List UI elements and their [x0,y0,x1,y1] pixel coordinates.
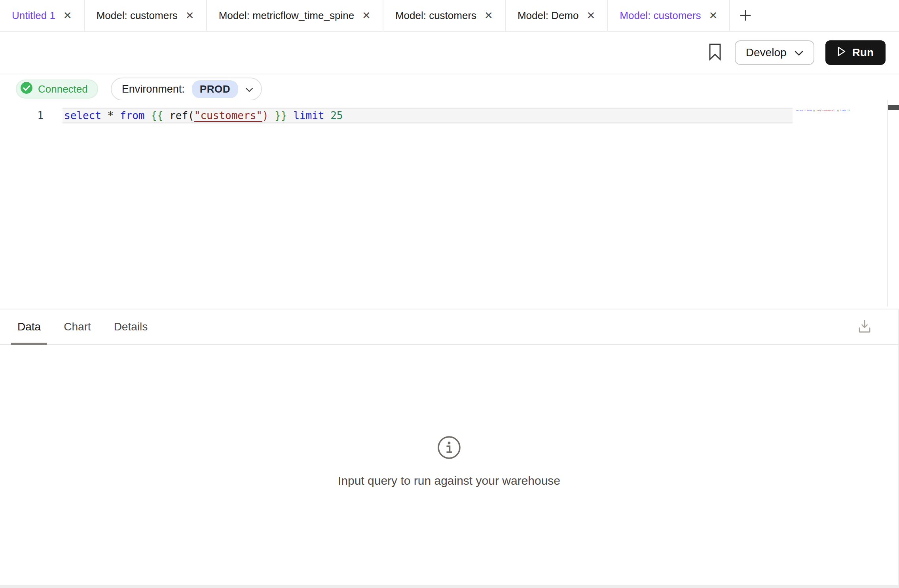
tab-0[interactable]: Untitled 1✕ [0,0,85,31]
empty-state: Input query to run against your warehous… [0,435,898,487]
code-token-keyword: from [807,109,812,112]
connected-status-badge: Connected [16,80,98,99]
develop-label: Develop [746,46,787,59]
run-button[interactable]: Run [825,40,886,65]
code-token-string-link: "customers" [821,109,834,112]
code-token-plain [269,110,275,121]
tab-label: Model: customers [395,9,476,22]
code-editor[interactable]: 1 select * from {{ ref("customers") }} l… [0,100,899,309]
code-token-plain [163,110,169,121]
connected-label: Connected [38,83,88,95]
tab-label: Model: metricflow_time_spine [219,9,354,22]
close-icon[interactable]: ✕ [362,10,371,21]
code-token-plain: * [108,110,114,121]
tab-4[interactable]: Model: Demo✕ [506,0,608,31]
results-tab-label: Chart [64,321,91,333]
code-token-string: ) [262,110,269,121]
code-token-string-link: "customers" [194,110,262,121]
plus-icon [739,9,752,22]
code-token-plain [101,110,108,121]
line-number: 1 [0,108,44,123]
code-token-keyword: limit [293,110,324,121]
tab-bar: Untitled 1✕Model: customers✕Model: metri… [0,0,899,32]
code-token-keyword: select [796,109,803,112]
play-icon [837,46,846,59]
results-tabs: DataChartDetails [11,309,154,344]
code-line[interactable]: select * from {{ ref("customers") }} lim… [64,108,343,123]
bookmark-icon [709,43,721,62]
environment-value-chip: PROD [192,80,238,98]
code-token-plain: ( [188,110,194,121]
results-tab-bar: DataChartDetails [0,309,898,345]
close-icon[interactable]: ✕ [63,10,72,21]
results-tab-label: Details [114,321,148,333]
code-token-number: 25 [330,110,343,121]
code-token-keyword: select [64,110,101,121]
code-token-plain [324,110,331,121]
tab-label: Model: customers [620,9,701,22]
tab-label: Untitled 1 [12,9,55,22]
code-token-keyword: limit [840,109,846,112]
environment-selector[interactable]: Environment: PROD [111,78,262,101]
run-label: Run [852,46,874,59]
bottom-divider [0,585,899,588]
close-icon[interactable]: ✕ [484,10,493,21]
results-tab-data[interactable]: Data [11,309,47,344]
tab-2[interactable]: Model: metricflow_time_spine✕ [207,0,383,31]
chevron-down-icon [245,83,253,95]
code-token-jinja: }} [275,110,287,121]
ide-window: Untitled 1✕Model: customers✕Model: metri… [0,0,899,588]
results-tab-details[interactable]: Details [108,309,154,344]
close-icon[interactable]: ✕ [186,10,194,21]
results-tab-chart[interactable]: Chart [57,309,97,344]
close-icon[interactable]: ✕ [587,10,596,21]
code-token-plain: ref [169,110,188,121]
results-panel: DataChartDetails Input query to run aga [0,309,899,588]
download-icon [857,319,872,336]
minimap[interactable]: select * from {{ ref("customers") }} lim… [796,109,850,112]
scrollbar-track-border [887,100,888,306]
develop-dropdown-button[interactable]: Develop [735,40,814,65]
code-token-plain [287,110,294,121]
info-icon [437,435,461,461]
tab-label: Model: Demo [518,9,579,22]
close-icon[interactable]: ✕ [709,10,717,21]
check-circle-icon [20,81,33,97]
code-token-keyword: from [120,110,145,121]
environment-label: Environment: [122,83,185,95]
toolbar: Develop Run [0,32,899,74]
code-token-plain: ref [816,109,820,112]
code-token-plain [145,110,151,121]
new-tab-button[interactable] [730,0,761,31]
code-token-plain [114,110,120,121]
scrollbar-thumb[interactable] [888,105,899,110]
tab-5[interactable]: Model: customers✕ [608,0,730,31]
code-token-jinja: {{ [151,110,163,121]
tab-label: Model: customers [97,9,178,22]
bookmark-button[interactable] [706,41,724,64]
tab-1[interactable]: Model: customers✕ [85,0,207,31]
download-button[interactable] [855,318,874,336]
chevron-down-icon [795,46,803,59]
code-token-number: 25 [848,109,850,112]
tab-3[interactable]: Model: customers✕ [383,0,506,31]
status-row: Connected Environment: PROD [16,78,262,101]
tab-bar-tabs: Untitled 1✕Model: customers✕Model: metri… [0,0,730,31]
results-tab-label: Data [17,321,41,333]
empty-state-message: Input query to run against your warehous… [338,474,560,487]
